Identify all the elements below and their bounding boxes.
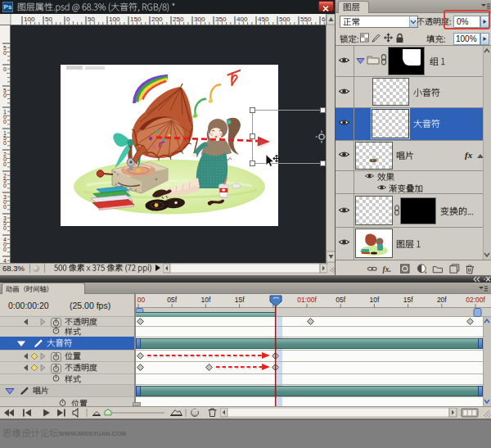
svg-text:0: 0 bbox=[3, 183, 7, 188]
svg-text:20f: 20f bbox=[437, 296, 447, 304]
svg-text:350: 350 bbox=[215, 16, 227, 23]
svg-text:0: 0 bbox=[3, 247, 7, 252]
svg-text:450: 450 bbox=[258, 16, 269, 23]
svg-text:WWW.MISSYUAN.COM: WWW.MISSYUAN.COM bbox=[59, 430, 126, 437]
svg-text:05f: 05f bbox=[167, 296, 177, 304]
svg-text:400: 400 bbox=[236, 16, 248, 23]
svg-text:100: 100 bbox=[24, 16, 35, 23]
svg-text:500: 500 bbox=[279, 16, 291, 23]
svg-text:01:00f: 01:00f bbox=[297, 296, 317, 304]
svg-text:15f: 15f bbox=[403, 296, 413, 304]
svg-text:0: 0 bbox=[3, 66, 7, 72]
svg-text:0: 0 bbox=[3, 93, 7, 98]
svg-text:0: 0 bbox=[3, 225, 7, 231]
svg-text:200: 200 bbox=[151, 16, 163, 23]
svg-text:100: 100 bbox=[109, 16, 120, 23]
svg-text:250: 250 bbox=[173, 16, 184, 23]
svg-text:550: 550 bbox=[300, 16, 312, 23]
svg-text:0: 0 bbox=[3, 204, 7, 210]
svg-text:0: 0 bbox=[3, 161, 7, 167]
svg-text:10f: 10f bbox=[200, 296, 210, 304]
svg-text:00: 00 bbox=[137, 296, 146, 304]
svg-text:0: 0 bbox=[3, 119, 7, 124]
svg-text:05f: 05f bbox=[336, 296, 345, 304]
svg-text:fx.: fx. bbox=[383, 265, 391, 274]
svg-text:10f: 10f bbox=[369, 296, 379, 304]
svg-text:0: 0 bbox=[3, 50, 7, 56]
svg-text:0: 0 bbox=[3, 140, 7, 146]
svg-text:02:00f: 02:00f bbox=[466, 296, 485, 304]
svg-text:300: 300 bbox=[194, 16, 205, 23]
svg-text:150: 150 bbox=[130, 16, 142, 23]
svg-text:0: 0 bbox=[66, 16, 70, 23]
svg-text:15f: 15f bbox=[235, 296, 245, 304]
